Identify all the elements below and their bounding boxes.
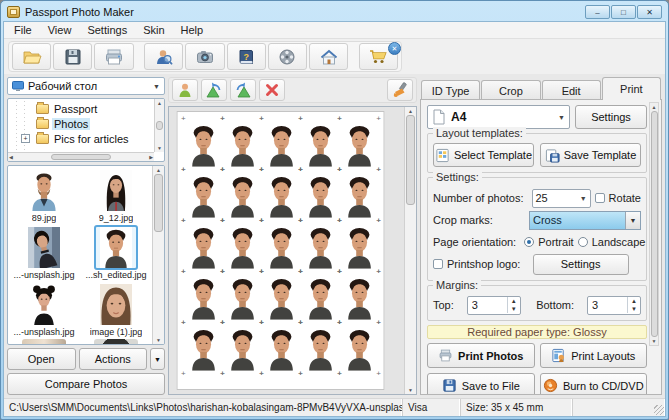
actions-dropdown-button[interactable]: ▼ bbox=[150, 348, 165, 370]
video-button[interactable] bbox=[268, 43, 307, 70]
scroll-up-icon[interactable]: ▲ bbox=[156, 167, 161, 173]
landscape-radio[interactable]: Landscape bbox=[578, 236, 646, 248]
thumbnail-image[interactable] bbox=[94, 225, 138, 270]
tree-item-pics-for-articles[interactable]: +Pics for articles bbox=[8, 131, 154, 146]
thumbnail-image[interactable] bbox=[22, 282, 66, 327]
thumbnail-item[interactable]: ...-unsplash.jpg bbox=[13, 282, 75, 339]
delete-photo-button[interactable] bbox=[259, 79, 285, 101]
thumbnail-item[interactable]: ...-unsplash.jpg bbox=[13, 225, 75, 282]
menu-settings[interactable]: Settings bbox=[79, 23, 135, 37]
scroll-down-icon[interactable]: ▼ bbox=[156, 337, 161, 343]
scroll-down-icon[interactable]: ▼ bbox=[157, 145, 162, 151]
crop-marks-dropdown[interactable]: Cross▼ bbox=[529, 211, 641, 230]
thumbnail-item[interactable]: 9_12.jpg bbox=[85, 168, 147, 225]
print-photo: ++++ bbox=[264, 173, 298, 219]
folder-location-dropdown[interactable]: Рабочий стол ▼ bbox=[7, 77, 165, 95]
scroll-up-icon[interactable]: ▲ bbox=[408, 108, 413, 114]
printshop-settings-button[interactable]: Settings bbox=[533, 254, 629, 275]
menu-file[interactable]: File bbox=[6, 23, 40, 37]
tab-id-type[interactable]: ID Type bbox=[421, 80, 480, 100]
add-person-button[interactable] bbox=[172, 79, 198, 101]
print-photo: ++++ bbox=[342, 173, 376, 219]
tree-vertical-scrollbar[interactable]: ▲▼ bbox=[154, 99, 164, 152]
margin-bottom-input[interactable]: 3▲▼ bbox=[587, 296, 641, 315]
thumbnail-filename: image (1).jpg bbox=[90, 327, 143, 337]
preview-scrollbar[interactable]: ▲▼ bbox=[404, 107, 416, 394]
title-bar[interactable]: Passport Photo Maker – □ ✕ bbox=[3, 3, 666, 21]
thumbnail-item-partial[interactable] bbox=[85, 339, 147, 344]
scroll-down-icon[interactable]: ▼ bbox=[408, 387, 413, 393]
print-preview: ++++++++++++++++++++++++++++++++++++++++… bbox=[168, 106, 417, 395]
save-button[interactable] bbox=[53, 43, 92, 70]
thumbnail-item[interactable]: 89.jpg bbox=[13, 168, 75, 225]
thumbnail-item[interactable]: image (1).jpg bbox=[85, 282, 147, 339]
resize-grip[interactable] bbox=[654, 405, 664, 415]
rotate-left-button[interactable] bbox=[201, 79, 227, 101]
scroll-left-icon[interactable]: ◀ bbox=[9, 154, 13, 160]
thumbnail-filename: ...-unsplash.jpg bbox=[13, 270, 74, 280]
burn-cd-button[interactable]: Burn to CD/DVD bbox=[540, 373, 648, 395]
thumbnail-image[interactable] bbox=[22, 168, 66, 213]
number-of-photos-dropdown[interactable]: 25▼ bbox=[532, 189, 591, 208]
menu-skin[interactable]: Skin bbox=[135, 23, 172, 37]
scroll-up-icon[interactable]: ▲ bbox=[652, 104, 657, 110]
scroll-down-icon[interactable]: ▼ bbox=[652, 338, 657, 344]
thumbnail-image[interactable] bbox=[94, 168, 138, 213]
scroll-right-icon[interactable]: ▶ bbox=[149, 154, 153, 160]
spin-up-icon[interactable]: ▲ bbox=[511, 297, 517, 305]
portrait-label: Portrait bbox=[538, 236, 573, 248]
save-to-file-button[interactable]: Save to File bbox=[427, 373, 535, 395]
radio-selected-icon bbox=[524, 237, 534, 247]
thumbnail-image[interactable] bbox=[94, 282, 138, 327]
maximize-button[interactable]: □ bbox=[611, 5, 636, 19]
id-photo-button[interactable] bbox=[144, 43, 183, 70]
print-layouts-button[interactable]: Print Layouts bbox=[540, 343, 648, 368]
crop-mark: + bbox=[337, 268, 342, 276]
paper-settings-button[interactable]: Settings bbox=[575, 105, 647, 129]
paper-size-dropdown[interactable]: A4 ▼ bbox=[427, 105, 570, 129]
actions-button[interactable]: Actions bbox=[79, 348, 148, 370]
print-photo: ++++ bbox=[186, 326, 220, 372]
enhance-button[interactable] bbox=[387, 79, 413, 101]
help-button[interactable]: ? bbox=[227, 43, 266, 70]
scroll-up-icon[interactable]: ▲ bbox=[157, 100, 162, 106]
thumbnail-item[interactable]: ...sh_edited.jpg bbox=[85, 225, 147, 282]
spin-down-icon[interactable]: ▼ bbox=[631, 305, 637, 313]
tree-item-passport[interactable]: Passport bbox=[8, 101, 154, 116]
close-button[interactable]: ✕ bbox=[637, 5, 662, 19]
select-template-button[interactable]: Select Template bbox=[433, 143, 534, 167]
thumbnail-item-partial[interactable] bbox=[13, 339, 75, 344]
tab-crop[interactable]: Crop bbox=[481, 80, 540, 100]
home-button[interactable] bbox=[309, 43, 348, 70]
open-file-button[interactable] bbox=[12, 43, 51, 70]
portrait-radio[interactable]: Portrait bbox=[524, 236, 573, 248]
expand-icon[interactable]: + bbox=[21, 134, 30, 143]
print-photos-button[interactable]: Print Photos bbox=[427, 343, 535, 368]
minimize-button[interactable]: – bbox=[585, 5, 610, 19]
rotate-checkbox[interactable] bbox=[595, 193, 605, 203]
margin-top-input[interactable]: 3▲▼ bbox=[467, 296, 521, 315]
crop-mark: + bbox=[298, 319, 303, 327]
number-of-photos-value: 25 bbox=[536, 192, 580, 204]
menu-view[interactable]: View bbox=[40, 23, 80, 37]
tree-item-photos[interactable]: Photos bbox=[8, 116, 154, 131]
thumbnail-image[interactable] bbox=[22, 225, 66, 270]
menu-help[interactable]: Help bbox=[173, 23, 212, 37]
settings-group: Settings: Number of photos: 25▼ Rotate C… bbox=[427, 177, 647, 281]
compare-photos-button[interactable]: Compare Photos bbox=[7, 373, 165, 395]
tab-edit[interactable]: Edit bbox=[542, 80, 601, 100]
print-button[interactable] bbox=[94, 43, 133, 70]
toolbar-close-icon[interactable]: ✕ bbox=[388, 42, 401, 55]
spin-up-icon[interactable]: ▲ bbox=[631, 297, 637, 305]
tree-horizontal-scrollbar[interactable]: ◀▶ bbox=[8, 152, 154, 161]
save-template-button[interactable]: Save Template bbox=[540, 143, 641, 167]
open-button[interactable]: Open bbox=[7, 348, 76, 370]
spin-down-icon[interactable]: ▼ bbox=[511, 305, 517, 313]
rotate-right-button[interactable] bbox=[230, 79, 256, 101]
panel-scrollbar[interactable]: ▲▼ bbox=[649, 102, 659, 346]
camera-button[interactable] bbox=[185, 43, 224, 70]
printshop-logo-checkbox[interactable] bbox=[433, 259, 443, 269]
tab-print[interactable]: Print bbox=[602, 77, 661, 100]
thumbnails-scrollbar[interactable]: ▲▼ bbox=[152, 166, 164, 344]
folder-icon bbox=[36, 119, 49, 129]
